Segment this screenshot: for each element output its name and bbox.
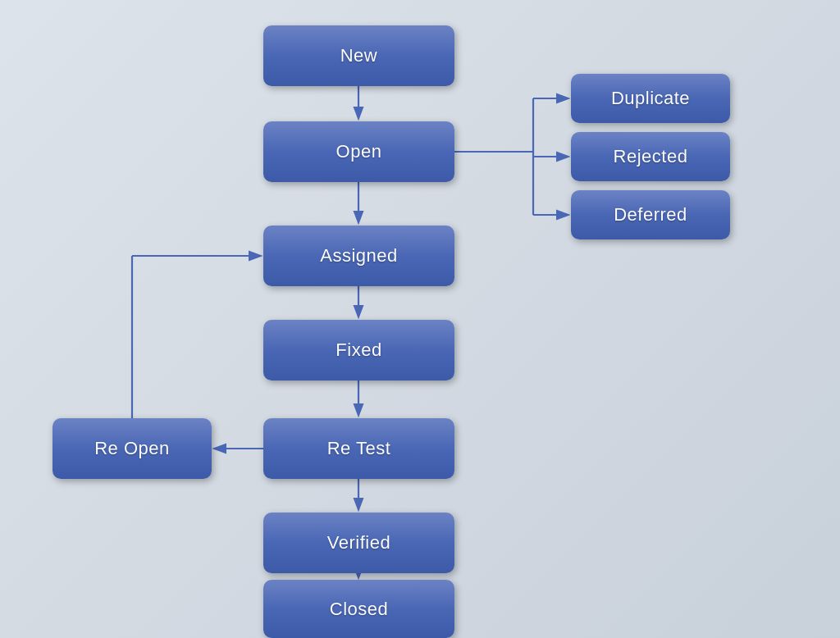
node-new: New: [263, 25, 454, 86]
node-reopen-label: Re Open: [94, 438, 170, 459]
node-open-label: Open: [336, 141, 382, 162]
node-retest: Re Test: [263, 418, 454, 479]
node-duplicate-label: Duplicate: [611, 88, 690, 109]
node-rejected: Rejected: [571, 132, 730, 181]
node-closed: Closed: [263, 580, 454, 638]
node-fixed-label: Fixed: [336, 340, 381, 361]
node-verified: Verified: [263, 513, 454, 573]
node-reopen: Re Open: [52, 418, 212, 479]
node-rejected-label: Rejected: [614, 146, 688, 167]
node-closed-label: Closed: [330, 599, 388, 620]
node-deferred: Deferred: [571, 190, 730, 239]
node-verified-label: Verified: [327, 532, 390, 554]
node-new-label: New: [340, 45, 378, 66]
node-fixed: Fixed: [263, 320, 454, 381]
node-retest-label: Re Test: [327, 438, 391, 459]
node-assigned-label: Assigned: [320, 245, 398, 267]
diagram-container: New Open Assigned Fixed Re Test Verified…: [0, 0, 840, 638]
node-duplicate: Duplicate: [571, 74, 730, 123]
node-open: Open: [263, 121, 454, 182]
node-assigned: Assigned: [263, 226, 454, 286]
node-deferred-label: Deferred: [614, 204, 687, 226]
